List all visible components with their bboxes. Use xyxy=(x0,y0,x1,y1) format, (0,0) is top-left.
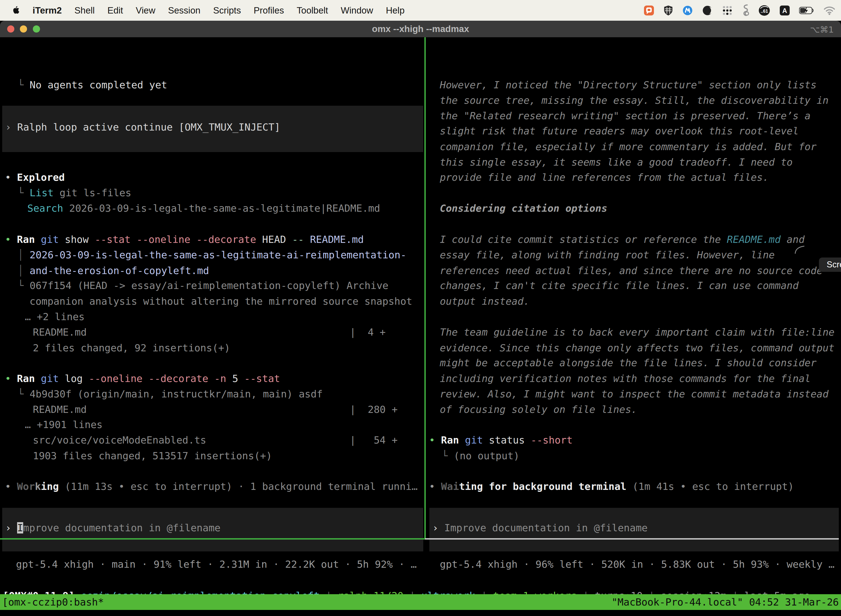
waiting-status: • Waiting for background terminal (1m 41… xyxy=(429,481,794,493)
menu-item-toolbelt[interactable]: Toolbelt xyxy=(297,5,328,16)
think-p3-l1: The team guideline is to back every impo… xyxy=(440,326,834,338)
explored-header: • Explored xyxy=(5,172,65,183)
right-model-status: gpt-5.4 xhigh · 96% left · 520K in · 5.8… xyxy=(440,558,834,571)
explored-list: └ List git ls-files xyxy=(18,187,131,199)
input-source-a-icon[interactable]: A xyxy=(779,5,790,16)
menu-status-icons: ..61 A xyxy=(643,4,841,16)
think-p1-l6: this single essay, it seems like a good … xyxy=(440,156,793,168)
tmux-session-label: [omx-cczip0:bash* xyxy=(0,596,104,608)
show-output-3: … +2 lines xyxy=(25,311,85,323)
think-p2-l3: references need actual files, and since … xyxy=(440,265,822,277)
chat-app-icon[interactable] xyxy=(643,5,655,16)
menu-item-iterm2[interactable]: iTerm2 xyxy=(32,5,62,16)
think-p2-l2: essay file, along with finding root file… xyxy=(440,249,775,261)
think-p1-l3: the "Related research writing" section i… xyxy=(440,110,811,122)
apple-menu-icon[interactable] xyxy=(12,6,20,15)
show-output-2: companion analysis without altering the … xyxy=(29,295,412,308)
minimize-button[interactable] xyxy=(20,25,27,32)
badge-61-label: ..61 xyxy=(761,9,768,13)
show-arg-wrap-1: │ 2026-03-09-is-legal-the-same-as-legiti… xyxy=(18,249,406,261)
menu-item-edit[interactable]: Edit xyxy=(107,5,123,16)
menu-item-help[interactable]: Help xyxy=(386,5,404,16)
menu-bar: iTerm2ShellEditViewSessionScriptsProfile… xyxy=(0,0,841,21)
dark-crescent-icon[interactable] xyxy=(702,5,713,16)
menu-item-shell[interactable]: Shell xyxy=(75,5,95,16)
tmux-host-clock: "MacBook-Pro-44.local" 04:52 31-Mar-26 xyxy=(611,596,841,608)
menu-items: iTerm2ShellEditViewSessionScriptsProfile… xyxy=(0,5,404,16)
think-p3-l3: might be acceptable alongside the file l… xyxy=(440,357,816,369)
window-shortcut-badge: ⌥⌘1 xyxy=(810,25,834,35)
think-p3-l2: evidence. Since this change only affects… xyxy=(440,342,834,354)
agents-status-line: └ No agents completed yet xyxy=(18,79,167,91)
screen-share-tooltip-label: Scre xyxy=(827,260,841,270)
show-arg-wrap-2: │ and-the-erosion-of-copyleft.md xyxy=(18,265,209,277)
ran-git-log: • Ran git log --oneline --decorate -n 5 … xyxy=(5,373,280,385)
think-p1-l2: the source tree, missing the essay. Stil… xyxy=(440,94,829,107)
working-status: • Working (11m 13s • esc to interrupt) ·… xyxy=(5,481,418,493)
log-output-3: … +1901 lines xyxy=(25,419,103,431)
show-output-4: README.md | 4 + xyxy=(33,326,386,338)
ralph-loop-line: › Ralph loop active continue [OMX_TMUX_I… xyxy=(5,121,280,133)
think-heading: Considering citation options xyxy=(440,202,607,214)
tmux-status-bar: [omx-cczip0:bash* "MacBook-Pro-44.local"… xyxy=(0,594,841,610)
terminal-area[interactable]: └ No agents completed yet› Ralph loop ac… xyxy=(0,37,841,616)
zoom-button[interactable] xyxy=(33,25,40,32)
dots-grid-icon[interactable] xyxy=(722,5,733,16)
menu-item-session[interactable]: Session xyxy=(168,5,200,16)
think-p2-l5: output instead. xyxy=(440,295,529,308)
think-p1-l4: slight risk that future readers may over… xyxy=(440,125,799,137)
status-output: └ (no output) xyxy=(442,450,520,462)
think-p2-l4: changes, I can't cite specific file line… xyxy=(440,280,799,292)
window-title: omx --xhigh --madmax xyxy=(0,24,841,34)
menu-item-profiles[interactable]: Profiles xyxy=(253,5,284,16)
log-output-5: 1903 files changed, 513517 insertions(+) xyxy=(33,450,272,462)
blue-badge-icon[interactable] xyxy=(682,5,693,16)
right-input-line: › Improve documentation in @filename xyxy=(432,522,648,534)
shield-grid-icon[interactable] xyxy=(663,5,673,16)
think-p3-l5: review. Also, I might want to inspect th… xyxy=(440,388,829,400)
wifi-icon[interactable] xyxy=(823,6,835,15)
window-title-bar[interactable]: omx --xhigh --madmax ⌥⌘1 xyxy=(0,21,841,37)
think-p2-l1: I could cite commit statistics or refere… xyxy=(440,233,804,246)
menu-item-view[interactable]: View xyxy=(136,5,155,16)
traffic-lights xyxy=(7,25,44,34)
ran-git-show: • Ran git show --stat --oneline --decora… xyxy=(5,233,364,246)
pane-border-bottom-right xyxy=(425,538,839,540)
pane-divider-vertical xyxy=(424,37,426,539)
input-source-label: A xyxy=(782,7,787,14)
log-output-2: README.md | 280 + xyxy=(33,403,398,416)
ran-git-status: • Ran git status --short xyxy=(429,434,573,446)
think-p1-l7: provide file and line references from th… xyxy=(440,172,769,183)
menu-item-window[interactable]: Window xyxy=(341,5,373,16)
show-output-1: └ 067f154 (HEAD -> essay/ai-reimplementa… xyxy=(18,280,388,292)
menu-item-scripts[interactable]: Scripts xyxy=(213,5,241,16)
close-button[interactable] xyxy=(7,25,14,32)
cursor-doodle xyxy=(795,245,806,254)
squiggle-icon[interactable] xyxy=(742,4,749,16)
think-p3-l6: of focusing solely on file lines. xyxy=(440,403,637,416)
log-output-4: src/voice/voiceModeEnabled.ts | 54 + xyxy=(33,434,398,446)
pane-border-bottom-left xyxy=(0,538,425,540)
left-model-status: gpt-5.4 xhigh · main · 91% left · 2.31M … xyxy=(16,558,417,571)
show-output-5: 2 files changed, 92 insertions(+) xyxy=(33,342,230,354)
badge-61-icon[interactable]: ..61 xyxy=(758,5,771,16)
left-input-line: › Improve documentation in @filename xyxy=(5,522,220,534)
log-output-1: └ 4b9d30f (origin/main, instructkr/main,… xyxy=(18,388,322,400)
battery-icon[interactable] xyxy=(799,7,815,14)
think-p1-l5: companion file, especially if more comme… xyxy=(440,141,816,153)
explored-search: Search 2026-03-09-is-legal-the-same-as-l… xyxy=(27,202,380,214)
think-p1-l1: However, I noticed the "Directory Struct… xyxy=(440,79,816,91)
screen-share-tooltip[interactable]: Scre xyxy=(819,258,841,272)
think-p3-l4: including verification notes with those … xyxy=(440,373,811,385)
